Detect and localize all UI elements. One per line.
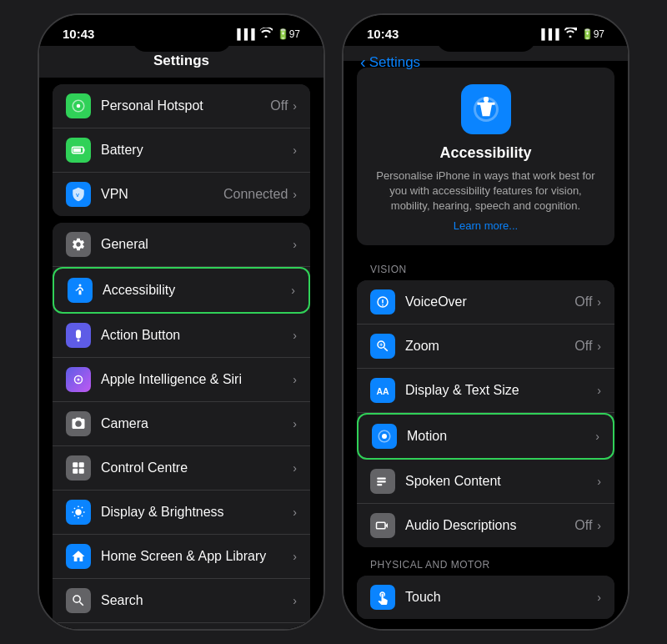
zoom-label: Zoom: [405, 339, 574, 354]
siri-row[interactable]: Apple Intelligence & Siri ›: [53, 358, 310, 402]
control-centre-label: Control Centre: [101, 460, 293, 475]
voiceover-label: VoiceOver: [405, 294, 574, 309]
audio-descriptions-icon: [370, 513, 395, 538]
svg-point-4: [79, 284, 82, 287]
action-button-row[interactable]: Action Button ›: [53, 314, 310, 358]
status-icons-right: ▐▐▐ 🔋97: [538, 28, 604, 40]
search-row[interactable]: Search ›: [53, 579, 310, 623]
audio-descriptions-chevron: ›: [597, 519, 601, 532]
accessibility-chevron: ›: [291, 284, 295, 297]
scroll-content-left: Personal Hotspot Off › Battery › V VPN C…: [39, 78, 323, 629]
svg-rect-9: [73, 462, 78, 467]
svg-rect-21: [377, 480, 386, 482]
zoom-row[interactable]: Zoom Off ›: [357, 325, 614, 369]
vpn-icon: V: [66, 182, 91, 207]
action-button-label: Action Button: [101, 328, 293, 343]
action-button-icon: [66, 323, 91, 348]
vpn-label: VPN: [101, 187, 223, 202]
signal-icon: ▐▐▐: [233, 28, 255, 40]
top-settings-group: Personal Hotspot Off › Battery › V VPN C…: [53, 84, 310, 216]
status-time-right: 10:43: [367, 27, 399, 41]
svg-rect-5: [76, 330, 81, 339]
audio-descriptions-row[interactable]: Audio Descriptions Off ›: [357, 504, 614, 547]
audio-descriptions-value: Off: [574, 518, 592, 533]
general-label: General: [101, 237, 293, 252]
back-label[interactable]: Settings: [369, 54, 420, 71]
accessibility-header-card: Accessibility Personalise iPhone in ways…: [357, 68, 614, 245]
svg-point-6: [78, 340, 80, 342]
spoken-content-label: Spoken Content: [405, 474, 597, 489]
accessibility-learn-more[interactable]: Learn more...: [454, 219, 518, 232]
personal-hotspot-label: Personal Hotspot: [101, 98, 270, 113]
siri-label: Apple Intelligence & Siri: [101, 372, 293, 387]
accessibility-row[interactable]: Accessibility ›: [53, 267, 310, 314]
svg-rect-12: [79, 469, 84, 474]
voiceover-row[interactable]: VoiceOver Off ›: [357, 280, 614, 325]
svg-point-0: [77, 104, 81, 108]
accessibility-label: Accessibility: [103, 283, 291, 298]
camera-chevron: ›: [293, 417, 297, 430]
physical-motor-group: Touch ›: [357, 576, 614, 619]
general-row[interactable]: General ›: [53, 223, 310, 267]
voiceover-icon: [370, 289, 395, 314]
svg-text:AA: AA: [377, 385, 390, 395]
scroll-content-right: Accessibility Personalise iPhone in ways…: [344, 61, 628, 629]
svg-point-19: [382, 434, 387, 439]
dynamic-island: [132, 23, 232, 52]
settings-title: Settings: [53, 53, 310, 69]
display-text-size-icon: AA: [370, 378, 395, 403]
display-text-size-row[interactable]: AA Display & Text Size ›: [357, 369, 614, 413]
battery-icon-right: 🔋97: [581, 28, 604, 40]
status-time-left: 10:43: [63, 27, 94, 41]
wifi-icon-right: [564, 28, 577, 40]
main-settings-group: General › Accessibility › Action Button …: [53, 223, 310, 629]
display-brightness-icon: [66, 500, 91, 525]
action-button-chevron: ›: [293, 329, 297, 342]
motion-row[interactable]: Motion ›: [357, 413, 614, 460]
vision-settings-group: VoiceOver Off › Zoom Off › AA Display & …: [357, 280, 614, 547]
touch-chevron: ›: [597, 591, 601, 604]
home-screen-label: Home Screen & App Library: [101, 549, 293, 564]
svg-rect-20: [377, 477, 386, 479]
vpn-row[interactable]: V VPN Connected ›: [53, 173, 310, 216]
zoom-chevron: ›: [597, 340, 601, 353]
battery-label: Battery: [101, 143, 293, 158]
svg-rect-11: [73, 469, 78, 474]
display-brightness-row[interactable]: Display & Brightness ›: [53, 491, 310, 535]
personal-hotspot-row[interactable]: Personal Hotspot Off ›: [53, 84, 310, 128]
voiceover-chevron: ›: [597, 295, 601, 309]
battery-row-icon: [66, 138, 91, 163]
accessibility-icon: [68, 278, 93, 303]
home-screen-row[interactable]: Home Screen & App Library ›: [53, 535, 310, 579]
accessibility-description: Personalise iPhone in ways that work bes…: [370, 169, 601, 214]
control-centre-chevron: ›: [293, 461, 297, 475]
spoken-content-row[interactable]: Spoken Content ›: [357, 460, 614, 504]
search-label: Search: [101, 593, 293, 608]
standby-row[interactable]: StandBy ›: [53, 623, 310, 629]
control-centre-row[interactable]: Control Centre ›: [53, 446, 310, 491]
hotspot-icon: [66, 93, 91, 118]
vision-section-label: VISION: [344, 259, 628, 280]
back-button[interactable]: ‹ Settings: [360, 53, 420, 72]
camera-row[interactable]: Camera ›: [53, 402, 310, 446]
zoom-value: Off: [574, 339, 592, 354]
personal-hotspot-value: Off: [270, 98, 288, 113]
motion-chevron: ›: [595, 430, 599, 443]
svg-rect-22: [377, 484, 382, 486]
svg-point-8: [78, 379, 80, 381]
svg-rect-2: [73, 148, 81, 153]
home-screen-chevron: ›: [293, 550, 297, 563]
search-chevron: ›: [293, 594, 297, 607]
camera-icon: [66, 411, 91, 436]
touch-row[interactable]: Touch ›: [357, 576, 614, 619]
battery-row[interactable]: Battery ›: [53, 128, 310, 173]
spoken-content-chevron: ›: [597, 475, 601, 488]
svg-rect-23: [377, 522, 386, 529]
home-screen-icon: [66, 544, 91, 569]
accessibility-large-icon: [461, 84, 511, 134]
phone-right: 10:43 ▐▐▐ 🔋97 ‹ Settings: [342, 13, 629, 631]
siri-chevron: ›: [293, 373, 297, 386]
physical-motor-section-label: PHYSICAL AND MOTOR: [344, 554, 628, 576]
personal-hotspot-chevron: ›: [293, 99, 297, 113]
battery-chevron: ›: [293, 143, 297, 157]
